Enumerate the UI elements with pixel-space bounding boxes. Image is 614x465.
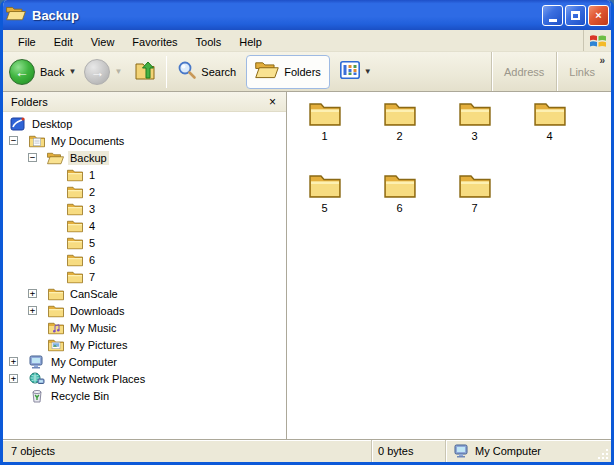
window-title: Backup: [32, 8, 540, 23]
menu-item-view[interactable]: View: [82, 33, 124, 51]
maximize-icon: [571, 11, 580, 20]
tree-item-my-pictures[interactable]: My Pictures: [3, 336, 286, 353]
status-location-label: My Computer: [475, 445, 541, 457]
expand-icon[interactable]: +: [9, 357, 28, 366]
folder-icon: [384, 100, 416, 128]
search-icon: [177, 60, 197, 84]
maximize-button[interactable]: [565, 5, 586, 26]
file-item-label: 7: [471, 202, 477, 214]
tree-item-recycle-bin[interactable]: Recycle Bin: [3, 387, 286, 404]
status-location: My Computer: [445, 440, 611, 462]
tree-item-downloads[interactable]: + Downloads: [3, 302, 286, 319]
folder-open-icon: [47, 150, 64, 166]
tree-item-canscale[interactable]: + CanScale: [3, 285, 286, 302]
folders-icon: [255, 60, 279, 83]
network-icon: [28, 371, 45, 387]
back-button[interactable]: ← Back ▼: [9, 59, 82, 85]
tree-item-label: My Documents: [49, 134, 126, 148]
views-button[interactable]: ▼: [340, 61, 378, 83]
tree-item-label: 2: [87, 185, 97, 199]
collapse-icon[interactable]: −: [28, 153, 47, 162]
folder-icon: [66, 269, 83, 285]
menu-item-help[interactable]: Help: [230, 33, 271, 51]
close-pane-icon[interactable]: ×: [267, 96, 278, 108]
tree-item-1[interactable]: 1: [3, 166, 286, 183]
menu-item-favorites[interactable]: Favorites: [123, 33, 186, 51]
tree-item-my-network-places[interactable]: + My Network Places: [3, 370, 286, 387]
tree-item-2[interactable]: 2: [3, 183, 286, 200]
up-icon: [134, 59, 156, 85]
folder-icon: [384, 172, 416, 200]
plus-box-icon[interactable]: +: [28, 306, 37, 315]
folder-tree: Desktop− My Documents− Backup 1 2 3 4 5 …: [3, 112, 286, 439]
folder-icon: [66, 184, 83, 200]
plus-box-icon[interactable]: +: [28, 289, 37, 298]
expand-icon[interactable]: +: [28, 289, 47, 298]
back-dropdown-icon[interactable]: ▼: [68, 67, 76, 76]
forward-button[interactable]: → ▼: [84, 59, 128, 85]
explorer-window: Backup × FileEditViewFavoritesToolsHelp …: [0, 0, 614, 465]
windows-logo-icon: [583, 30, 611, 51]
minus-box-icon[interactable]: −: [9, 136, 18, 145]
file-item-1[interactable]: 1: [287, 100, 362, 172]
close-button[interactable]: ×: [588, 5, 609, 26]
file-item-6[interactable]: 6: [362, 172, 437, 244]
tree-item-3[interactable]: 3: [3, 200, 286, 217]
file-item-3[interactable]: 3: [437, 100, 512, 172]
plus-box-icon[interactable]: +: [9, 357, 18, 366]
folder-icon: [66, 252, 83, 268]
folders-label: Folders: [284, 66, 321, 78]
resize-grip[interactable]: [597, 448, 609, 460]
toolbar-separator: [166, 56, 167, 88]
up-button[interactable]: [130, 57, 160, 87]
folder-icon: [309, 100, 341, 128]
toolbar: ← Back ▼ → ▼ Search Folders ▼ A: [3, 52, 611, 92]
status-object-count: 7 objects: [3, 445, 371, 457]
folder-icon: [459, 172, 491, 200]
tree-item-label: 7: [87, 270, 97, 284]
search-button[interactable]: Search: [173, 58, 240, 86]
title-bar[interactable]: Backup ×: [0, 0, 614, 30]
tree-item-desktop[interactable]: Desktop: [3, 115, 286, 132]
tree-item-my-documents[interactable]: − My Documents: [3, 132, 286, 149]
tree-item-4[interactable]: 4: [3, 217, 286, 234]
status-bar: 7 objects 0 bytes My Computer: [3, 439, 611, 462]
folders-button[interactable]: Folders: [246, 55, 330, 89]
tree-item-5[interactable]: 5: [3, 234, 286, 251]
folder-icon: [534, 100, 566, 128]
minus-box-icon[interactable]: −: [28, 153, 37, 162]
collapse-icon[interactable]: −: [9, 136, 28, 145]
tree-item-6[interactable]: 6: [3, 251, 286, 268]
folder-icon: [66, 235, 83, 251]
expand-icon[interactable]: +: [28, 306, 47, 315]
folder-icon: [66, 167, 83, 183]
plus-box-icon[interactable]: +: [9, 374, 18, 383]
tree-item-my-music[interactable]: My Music: [3, 319, 286, 336]
minimize-button[interactable]: [542, 5, 563, 26]
file-item-5[interactable]: 5: [287, 172, 362, 244]
folder-icon: [47, 303, 64, 319]
tree-item-label: Desktop: [30, 117, 74, 131]
file-item-7[interactable]: 7: [437, 172, 512, 244]
expand-icon[interactable]: +: [9, 374, 28, 383]
tree-item-my-computer[interactable]: + My Computer: [3, 353, 286, 370]
tree-item-label: My Computer: [49, 355, 119, 369]
file-item-label: 2: [396, 130, 402, 142]
tree-item-label: 4: [87, 219, 97, 233]
tree-item-label: Backup: [68, 151, 109, 165]
tree-item-label: 6: [87, 253, 97, 267]
tree-item-label: My Pictures: [68, 338, 129, 352]
chevron-icon[interactable]: »: [599, 55, 605, 66]
tree-item-label: 5: [87, 236, 97, 250]
menu-item-edit[interactable]: Edit: [45, 33, 82, 51]
back-label: Back: [40, 66, 64, 78]
address-band[interactable]: Address: [491, 52, 556, 91]
menu-item-tools[interactable]: Tools: [187, 33, 231, 51]
tree-item-7[interactable]: 7: [3, 268, 286, 285]
tree-item-label: 1: [87, 168, 97, 182]
file-item-4[interactable]: 4: [512, 100, 587, 172]
folder-icon: [309, 172, 341, 200]
file-item-2[interactable]: 2: [362, 100, 437, 172]
menu-item-file[interactable]: File: [9, 33, 45, 51]
tree-item-backup[interactable]: − Backup: [3, 149, 286, 166]
